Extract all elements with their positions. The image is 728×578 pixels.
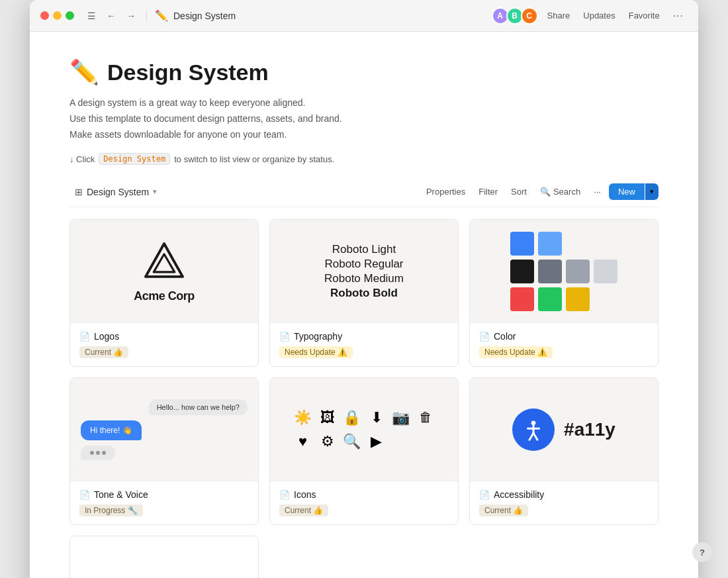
hint-arrow: ↓ Click xyxy=(69,154,95,164)
card-tone-preview: Hello... how can we help? Hi there! 👋 xyxy=(70,378,258,481)
doc-icon-3: 📄 xyxy=(479,332,490,342)
swatch-empty-2 xyxy=(594,232,617,256)
icon-lock: 🔒 xyxy=(343,409,361,426)
a11y-hashtag: #a11y xyxy=(564,419,615,440)
swatch-blue-dark xyxy=(510,232,534,256)
a11y-preview: #a11y xyxy=(512,409,615,451)
card-icons-label: Icons xyxy=(294,489,316,500)
more-options-button[interactable]: ··· xyxy=(588,184,606,199)
icon-camera: 📷 xyxy=(392,409,410,426)
db-title-label: Design System xyxy=(87,187,149,197)
more-button[interactable]: ··· xyxy=(669,9,688,23)
close-button[interactable] xyxy=(40,11,49,20)
card-a11y-badge: Current 👍 xyxy=(479,505,528,516)
card-icons[interactable]: ☀️ 🖼 🔒 ⬇ 📷 🗑 ♥ ⚙ 🔍 ▶ xyxy=(269,377,459,525)
maximize-button[interactable] xyxy=(66,11,74,20)
filter-button[interactable]: Filter xyxy=(473,184,503,199)
doc-icon-2: 📄 xyxy=(279,332,290,342)
back-button[interactable]: ← xyxy=(104,9,118,23)
search-button[interactable]: 🔍 Search xyxy=(535,184,586,199)
swatch-gray-dark xyxy=(538,260,562,283)
new-button-chevron[interactable]: ▾ xyxy=(645,183,659,200)
card-color-name: 📄 Color xyxy=(479,331,649,342)
doc-icon-5: 📄 xyxy=(279,490,290,500)
favorite-button[interactable]: Favorite xyxy=(625,9,664,22)
card-logos-info: 📄 Logos Current 👍 xyxy=(70,322,258,366)
forward-button[interactable]: → xyxy=(124,9,138,23)
doc-icon-4: 📄 xyxy=(79,490,90,500)
logo-preview: Acme Corp xyxy=(134,239,195,303)
swatch-yellow xyxy=(566,287,590,311)
logo-triangle-svg xyxy=(141,239,187,285)
main-content: ✏️ Design System A design system is a gr… xyxy=(30,32,698,578)
desc-line-2: Use this template to document design pat… xyxy=(69,111,659,127)
swatch-empty-3 xyxy=(594,287,617,311)
card-tone-info: 📄 Tone & Voice In Progress 🔧 xyxy=(70,481,258,524)
page-emoji: ✏️ xyxy=(69,58,99,86)
card-icons-name: 📄 Icons xyxy=(279,489,449,500)
hint-code[interactable]: Design System xyxy=(99,153,170,165)
icon-image: 🖼 xyxy=(320,409,335,426)
icon-settings: ⚙ xyxy=(321,433,334,450)
swatch-red xyxy=(510,287,534,311)
card-a11y-name: 📄 Accessibility xyxy=(479,489,649,500)
card-color-label: Color xyxy=(494,331,516,342)
db-chevron-icon: ▾ xyxy=(153,187,157,196)
collaborator-avatars: A B C xyxy=(492,7,538,24)
page-description: A design system is a great way to keep e… xyxy=(69,95,659,142)
titlebar-actions: A B C Share Updates Favorite ··· xyxy=(492,7,688,24)
svg-line-6 xyxy=(533,433,537,440)
card-logos[interactable]: Acme Corp 📄 Logos Current 👍 xyxy=(69,219,259,367)
card-color-preview xyxy=(470,220,658,322)
page-title: Design System xyxy=(107,60,269,85)
card-tone-name: 📄 Tone & Voice xyxy=(79,489,249,500)
gallery-grid: Acme Corp 📄 Logos Current 👍 Roboto Light xyxy=(69,219,659,578)
updates-button[interactable]: Updates xyxy=(579,9,619,22)
svg-line-5 xyxy=(529,433,533,440)
card-accessibility[interactable]: #a11y 📄 Accessibility Current 👍 xyxy=(469,377,659,525)
share-button[interactable]: Share xyxy=(543,9,574,22)
chat-bubble-other: Hello... how can we help? xyxy=(149,399,248,415)
search-icon: 🔍 xyxy=(540,187,551,197)
typing-dot-2 xyxy=(96,451,100,455)
help-button[interactable]: ? xyxy=(692,542,712,562)
card-typography-name: 📄 Typography xyxy=(279,331,449,342)
card-tone-voice[interactable]: Hello... how can we help? Hi there! 👋 📄 … xyxy=(69,377,259,525)
typing-dot-1 xyxy=(90,451,94,455)
card-typography-label: Typography xyxy=(294,331,342,342)
card-icons-preview: ☀️ 🖼 🔒 ⬇ 📷 🗑 ♥ ⚙ 🔍 ▶ xyxy=(270,378,458,481)
icon-sun: ☀️ xyxy=(294,409,312,426)
new-button[interactable]: New xyxy=(609,183,645,200)
properties-button[interactable]: Properties xyxy=(421,184,471,199)
logo-name: Acme Corp xyxy=(134,289,195,303)
swatch-green xyxy=(538,287,562,311)
grid-icon: ⊞ xyxy=(75,187,83,197)
color-swatches xyxy=(510,232,617,311)
db-title-button[interactable]: ⊞ Design System ▾ xyxy=(69,184,162,200)
doc-icon-6: 📄 xyxy=(479,490,490,500)
icon-trash: 🗑 xyxy=(419,410,432,425)
hint-row: ↓ Click Design System to switch to list … xyxy=(69,153,659,165)
swatch-black xyxy=(510,260,534,283)
card-empty-1 xyxy=(69,536,259,578)
card-a11y-label: Accessibility xyxy=(494,489,544,500)
icon-heart: ♥ xyxy=(298,433,307,450)
card-tone-label: Tone & Voice xyxy=(94,489,148,500)
new-button-group: New ▾ xyxy=(609,183,659,200)
titlebar-separator xyxy=(146,10,147,22)
card-typography-info: 📄 Typography Needs Update ⚠️ xyxy=(270,322,458,366)
menu-icon[interactable]: ☰ xyxy=(85,9,99,23)
swatch-empty-1 xyxy=(566,232,590,256)
card-color[interactable]: 📄 Color Needs Update ⚠️ xyxy=(469,219,659,367)
titlebar: ☰ ← → ✏️ Design System A B C Share Updat… xyxy=(30,0,698,32)
card-a11y-preview: #a11y xyxy=(470,378,658,481)
minimize-button[interactable] xyxy=(53,11,62,20)
desc-line-1: A design system is a great way to keep e… xyxy=(69,95,659,111)
chat-typing-indicator xyxy=(81,446,115,460)
search-label: Search xyxy=(553,187,580,197)
card-typography[interactable]: Roboto Light Roboto Regular Roboto Mediu… xyxy=(269,219,459,367)
card-typography-badge: Needs Update ⚠️ xyxy=(279,346,353,358)
card-icons-badge: Current 👍 xyxy=(279,505,328,516)
page-type-icon: ✏️ xyxy=(155,9,168,22)
sort-button[interactable]: Sort xyxy=(506,184,532,199)
